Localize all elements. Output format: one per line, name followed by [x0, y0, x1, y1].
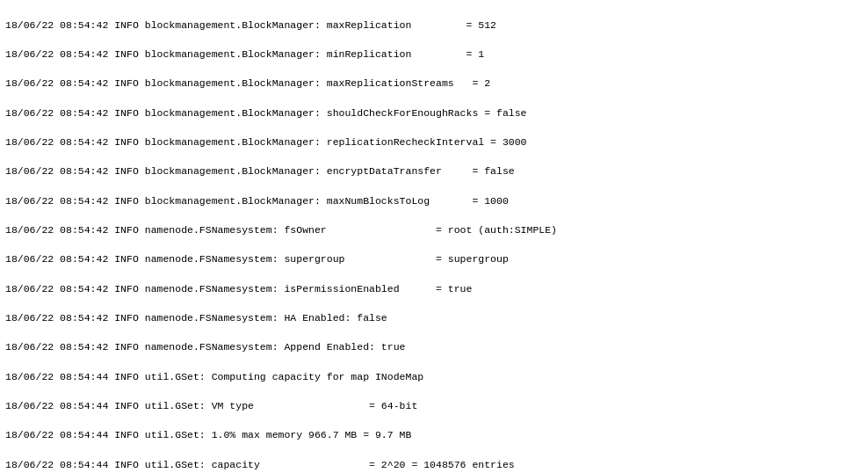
log-line: 18/06/22 08:54:42 INFO namenode.FSNamesy…: [5, 252, 863, 267]
log-line: 18/06/22 08:54:44 INFO util.GSet: capaci…: [5, 458, 863, 473]
log-line: 18/06/22 08:54:42 INFO blockmanagement.B…: [5, 164, 863, 179]
log-line: 18/06/22 08:54:44 INFO util.GSet: 1.0% m…: [5, 428, 863, 443]
log-line: 18/06/22 08:54:44 INFO util.GSet: VM typ…: [5, 399, 863, 414]
log-line: 18/06/22 08:54:42 INFO namenode.FSNamesy…: [5, 311, 863, 326]
log-line: 18/06/22 08:54:42 INFO namenode.FSNamesy…: [5, 282, 863, 297]
log-line: 18/06/22 08:54:42 INFO namenode.FSNamesy…: [5, 340, 863, 355]
log-line: 18/06/22 08:54:42 INFO blockmanagement.B…: [5, 194, 863, 209]
log-line: 18/06/22 08:54:42 INFO blockmanagement.B…: [5, 18, 863, 33]
log-line: 18/06/22 08:54:42 INFO blockmanagement.B…: [5, 135, 863, 150]
log-line: 18/06/22 08:54:44 INFO util.GSet: Comput…: [5, 370, 863, 385]
log-line: 18/06/22 08:54:42 INFO namenode.FSNamesy…: [5, 223, 863, 238]
log-line: 18/06/22 08:54:42 INFO blockmanagement.B…: [5, 47, 863, 62]
log-line: 18/06/22 08:54:42 INFO blockmanagement.B…: [5, 106, 863, 121]
log-line: 18/06/22 08:54:42 INFO blockmanagement.B…: [5, 76, 863, 91]
log-container: 18/06/22 08:54:42 INFO blockmanagement.B…: [0, 0, 868, 473]
